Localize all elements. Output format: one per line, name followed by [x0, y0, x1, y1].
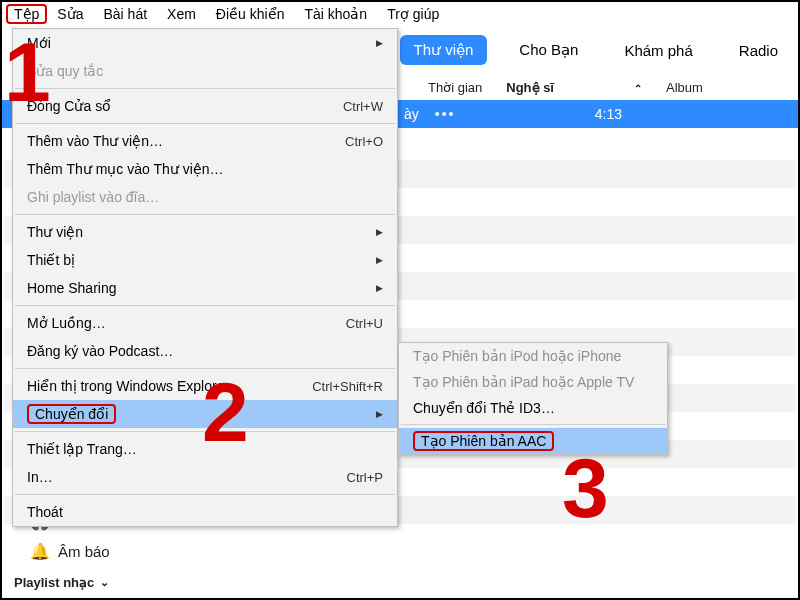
menubar: Tệp Sửa Bài hát Xem Điều khiển Tài khoản…: [2, 2, 798, 26]
song-time: 4:13: [595, 106, 798, 122]
sidebar-item-tones[interactable]: 🔔 Âm báo: [30, 536, 116, 566]
submenu-item[interactable]: Tạo Phiên bản AAC: [399, 428, 667, 454]
sidebar-item-label: Âm báo: [58, 543, 110, 560]
menu-item[interactable]: Thư viện▶: [13, 218, 397, 246]
menubar-item-controls[interactable]: Điều khiển: [206, 4, 295, 24]
tab-radio[interactable]: Radio: [725, 36, 792, 65]
playlist-caption[interactable]: Playlist nhạc ⌄: [14, 575, 109, 590]
menu-item[interactable]: Đăng ký vào Podcast…: [13, 337, 397, 365]
menubar-item-file[interactable]: Tệp: [6, 4, 47, 24]
menubar-item-song[interactable]: Bài hát: [93, 4, 157, 24]
submenu-item: Tạo Phiên bản iPad hoặc Apple TV: [399, 369, 667, 395]
submenu-item: Tạo Phiên bản iPod hoặc iPhone: [399, 343, 667, 369]
menu-item[interactable]: Thiết bị▶: [13, 246, 397, 274]
annotation-1: 1: [4, 30, 51, 114]
submenu-item[interactable]: Chuyển đổi Thẻ ID3…: [399, 395, 667, 421]
song-title-fragment: ày: [400, 106, 435, 122]
menu-item[interactable]: Thêm Thư mục vào Thư viện…: [13, 155, 397, 183]
menubar-item-edit[interactable]: Sửa: [47, 4, 93, 24]
song-more-icon[interactable]: •••: [435, 106, 456, 122]
sort-asc-icon: ⌃: [634, 83, 642, 94]
tab-for-you[interactable]: Cho Bạn: [505, 35, 592, 65]
menu-item[interactable]: Home Sharing▶: [13, 274, 397, 302]
menu-item[interactable]: Mới▶: [13, 29, 397, 57]
col-artist[interactable]: Nghệ sĩ⌃: [494, 80, 654, 95]
playlist-caption-text: Playlist nhạc: [14, 575, 94, 590]
tab-browse[interactable]: Khám phá: [610, 36, 706, 65]
annotation-2: 2: [202, 370, 249, 454]
col-time[interactable]: Thời gian: [416, 80, 494, 95]
menu-item[interactable]: Đóng Cửa sổCtrl+W: [13, 92, 397, 120]
col-album[interactable]: Album: [654, 80, 715, 95]
tab-library[interactable]: Thư viện: [400, 35, 488, 65]
menubar-item-account[interactable]: Tài khoản: [294, 4, 377, 24]
menubar-item-view[interactable]: Xem: [157, 4, 206, 24]
menu-item[interactable]: In…Ctrl+P: [13, 463, 397, 491]
menu-item[interactable]: Mở Luồng…Ctrl+U: [13, 309, 397, 337]
chevron-down-icon: ⌄: [100, 576, 109, 589]
menu-item: Sửa quy tắc: [13, 57, 397, 85]
menu-item: Ghi playlist vào đĩa…: [13, 183, 397, 211]
menu-item[interactable]: Thoát: [13, 498, 397, 526]
menu-item[interactable]: Thêm vào Thư viện…Ctrl+O: [13, 127, 397, 155]
bell-icon: 🔔: [30, 542, 48, 561]
menubar-item-help[interactable]: Trợ giúp: [377, 4, 449, 24]
convert-submenu: Tạo Phiên bản iPod hoặc iPhoneTạo Phiên …: [398, 342, 668, 455]
app-window: Tệp Sửa Bài hát Xem Điều khiển Tài khoản…: [0, 0, 800, 600]
annotation-3: 3: [562, 446, 609, 530]
